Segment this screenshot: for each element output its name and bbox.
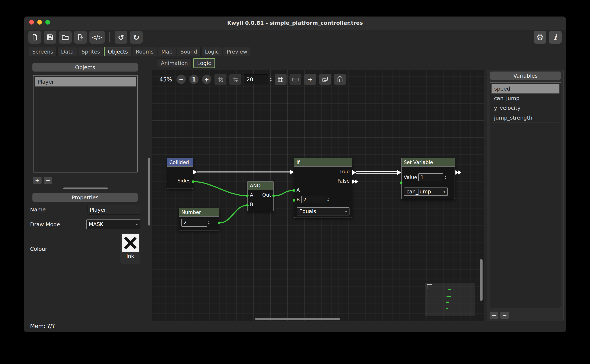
save-button[interactable] <box>44 31 56 44</box>
exec-port-collided-out[interactable] <box>193 170 197 174</box>
add-object-button[interactable]: + <box>33 177 41 184</box>
node-if-b-label: B <box>296 197 300 202</box>
chevron-down-icon: ▾ <box>345 209 347 214</box>
snap-grid-button[interactable] <box>229 74 241 85</box>
node-if-b-stepper[interactable]: ▴ ▾ <box>328 197 329 202</box>
new-file-icon <box>31 34 38 41</box>
grid-settings-button[interactable] <box>215 74 226 85</box>
memory-status: Mem: ?/? <box>30 323 55 329</box>
info-icon: i <box>554 33 557 41</box>
node-if-operator-value: Equals <box>299 208 316 214</box>
variables-list-item-can-jump[interactable]: can_jump <box>491 94 559 103</box>
logic-graph-canvas[interactable]: 45% − 1 + ▴ ▾ + <box>152 70 484 321</box>
exec-port-if-in[interactable] <box>290 170 294 174</box>
node-number-value-input[interactable] <box>181 219 207 227</box>
add-variable-button[interactable]: + <box>490 312 498 319</box>
zoom-reset-button[interactable]: 1 <box>189 74 199 84</box>
paste-button[interactable] <box>334 74 346 85</box>
window-title: Kwyll 0.0.81 - simple_platform_controlle… <box>24 20 566 26</box>
node-set-variable-stepper[interactable]: ▴ ▾ <box>445 175 446 180</box>
node-number[interactable]: Number ▴ ▾ <box>179 208 219 230</box>
open-file-button[interactable] <box>59 31 72 44</box>
node-number-header[interactable]: Number <box>179 208 219 217</box>
keyboard-button[interactable] <box>289 74 301 85</box>
paste-icon <box>337 76 343 83</box>
name-label: Name <box>30 207 46 213</box>
variables-list-item-jump-strength[interactable]: jump_strength <box>491 113 559 123</box>
add-node-button[interactable]: + <box>304 74 316 85</box>
left-panel-vscrollbar[interactable] <box>148 158 150 226</box>
new-file-button[interactable] <box>28 31 41 44</box>
node-collided-sides-label: Sides <box>167 176 193 185</box>
tab-objects[interactable]: Objects <box>104 47 131 56</box>
variables-list-item-speed[interactable]: speed <box>491 84 559 94</box>
node-and[interactable]: AND A Out B <box>247 181 274 211</box>
name-input[interactable] <box>87 205 140 214</box>
undo-button[interactable]: ↺ <box>115 31 127 44</box>
minimap-viewport-icon <box>426 284 435 292</box>
zoom-out-button[interactable]: − <box>176 74 186 84</box>
draw-mode-label: Draw Mode <box>30 221 60 228</box>
node-if-b-input[interactable] <box>301 196 326 203</box>
tab-logic[interactable]: Logic <box>201 47 222 56</box>
tab-data[interactable]: Data <box>57 47 77 56</box>
exec-port-if-true-out[interactable] <box>352 170 356 175</box>
grid-view-button[interactable] <box>275 74 287 85</box>
grid-size-input[interactable] <box>244 74 268 84</box>
grid-size-stepper[interactable]: ▴ ▾ <box>270 76 272 82</box>
exec-port-setvar-out[interactable] <box>456 170 459 175</box>
variables-list-controls: + − <box>490 312 509 319</box>
zoom-level: 45% <box>159 76 172 83</box>
tab-screens[interactable]: Screens <box>29 47 57 56</box>
code-editor-button[interactable]: </> <box>89 31 105 44</box>
tab-preview[interactable]: Preview <box>223 47 251 56</box>
node-set-variable-select[interactable]: can_jump ▾ <box>404 188 448 196</box>
tab-map[interactable]: Map <box>158 47 176 56</box>
remove-object-button[interactable]: − <box>44 177 52 184</box>
node-set-variable-value-input[interactable] <box>418 173 443 181</box>
exec-port-if-false-out[interactable] <box>352 179 355 184</box>
node-collided[interactable]: Collided Sides <box>167 158 193 189</box>
node-number-stepper[interactable]: ▴ ▾ <box>208 220 210 225</box>
zoom-in-button[interactable]: + <box>202 74 212 84</box>
subtab-logic[interactable]: Logic <box>193 58 215 68</box>
settings-button[interactable]: ⚙ <box>534 31 546 44</box>
node-if-header[interactable]: If <box>294 158 352 167</box>
node-set-variable[interactable]: Set Variable Value ▴ ▾ can_jump ▾ <box>401 158 455 199</box>
duplicate-button[interactable] <box>319 74 331 85</box>
node-and-a-label: A <box>250 192 253 198</box>
node-collided-header[interactable]: Collided <box>167 158 193 167</box>
info-button[interactable]: i <box>549 31 562 44</box>
export-file-button[interactable] <box>74 31 87 44</box>
keyboard-icon <box>292 76 299 83</box>
tab-sprites[interactable]: Sprites <box>78 47 104 56</box>
variables-list-item-y-velocity[interactable]: y_velocity <box>491 103 559 113</box>
node-and-header[interactable]: AND <box>248 182 273 190</box>
draw-mode-select[interactable]: MASK ▾ <box>86 220 140 229</box>
objects-list-item-player[interactable]: Player <box>35 77 136 87</box>
x-mark-icon <box>122 234 139 252</box>
objects-hscrollbar[interactable] <box>63 188 108 189</box>
remove-variable-button[interactable]: − <box>500 312 509 319</box>
subtab-animation[interactable]: Animation <box>157 58 192 68</box>
exec-port-setvar-in[interactable] <box>397 170 401 175</box>
node-if-operator-select[interactable]: Equals ▾ <box>297 207 349 215</box>
variables-panel: Variables speed can_jump y_velocity jump… <box>487 70 563 321</box>
code-icon: </> <box>92 34 102 40</box>
canvas-hscrollbar[interactable] <box>255 318 340 320</box>
minimap[interactable] <box>425 283 475 316</box>
node-if[interactable]: If True False A B ▴ ▾ Equals ▾ <box>294 158 352 218</box>
colour-swatch <box>122 234 139 252</box>
colour-picker[interactable]: Ink <box>120 233 140 264</box>
canvas-vscrollbar[interactable] <box>480 259 483 301</box>
main-tabs: Screens Data Sprites Objects Rooms Map S… <box>29 47 251 56</box>
redo-button[interactable]: ↻ <box>130 31 143 44</box>
snap-grid-icon <box>232 76 238 83</box>
node-set-variable-header[interactable]: Set Variable <box>402 158 455 167</box>
step-down-icon: ▾ <box>445 177 446 180</box>
step-down-icon: ▾ <box>328 200 329 202</box>
titlebar: Kwyll 0.0.81 - simple_platform_controlle… <box>24 17 566 30</box>
tab-sound[interactable]: Sound <box>177 47 201 56</box>
canvas-toolbar: 45% − 1 + ▴ ▾ + <box>159 74 346 85</box>
tab-rooms[interactable]: Rooms <box>132 47 157 56</box>
